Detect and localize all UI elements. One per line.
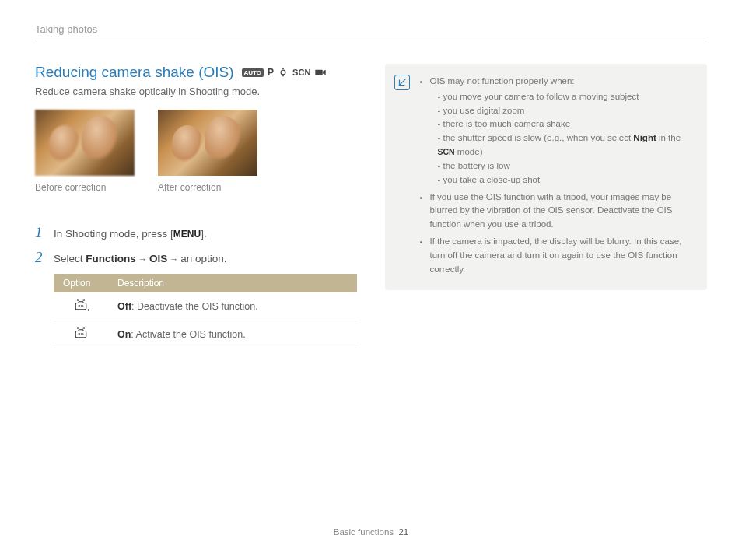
- before-correction-image: [35, 110, 135, 176]
- step-number: 2: [35, 249, 46, 266]
- arrow-icon: →: [167, 254, 180, 264]
- note-subitem: the shutter speed is slow (e.g., when yo…: [438, 131, 694, 159]
- note-subitem: you use digital zoom: [438, 104, 694, 118]
- table-row: OIS On: Activate the OIS function.: [54, 320, 357, 348]
- before-photo-block: Before correction: [35, 110, 135, 193]
- step-1: 1 In Shooting mode, press [MENU].: [35, 224, 358, 241]
- scn-label: SCN: [438, 147, 455, 156]
- auto-mode-icon: AUTO: [242, 68, 264, 77]
- note-item: If the camera is impacted, the display w…: [430, 235, 694, 276]
- note-subitem: the battery is low: [438, 159, 694, 173]
- note-intro: OIS may not function properly when:: [430, 76, 575, 86]
- breadcrumb: Taking photos: [35, 23, 97, 35]
- after-photo-block: After correction: [158, 110, 257, 193]
- scene-mode-icon: SCN: [292, 68, 310, 77]
- option-on-label: On: [117, 329, 131, 340]
- page-footer: Basic functions 21: [0, 527, 742, 537]
- mode-icons: AUTO P SCN: [242, 67, 327, 78]
- program-mode-icon: P: [268, 67, 274, 78]
- shutter-prefix: the shutter speed is slow (e.g., when yo…: [443, 133, 634, 142]
- page-title: Reducing camera shake (OIS): [35, 64, 234, 81]
- step-prefix: In Shooting mode, press [: [54, 228, 173, 240]
- note-subitem: you take a close-up shot: [438, 173, 694, 187]
- step-text: Select Functions → OIS → an option.: [54, 253, 227, 264]
- svg-text:OIS: OIS: [78, 332, 83, 336]
- step-text: In Shooting mode, press [MENU].: [54, 228, 207, 240]
- step-prefix: Select: [54, 253, 86, 264]
- before-caption: Before correction: [35, 182, 135, 193]
- info-note-box: OIS may not function properly when: you …: [385, 64, 708, 290]
- option-off-label: Off: [117, 301, 131, 312]
- right-column: OIS may not function properly when: you …: [385, 64, 708, 348]
- option-on-desc: : Activate the OIS function.: [131, 329, 245, 340]
- step-suffix: ].: [201, 228, 207, 240]
- options-table: Option Description OIS OFF: [54, 274, 357, 348]
- functions-label: Functions: [86, 253, 136, 264]
- note-icon: [394, 75, 410, 90]
- ois-label: OIS: [149, 253, 167, 264]
- table-row: OIS OFF Off: Deactivate the OIS function…: [54, 292, 357, 320]
- footer-section: Basic functions: [334, 527, 394, 537]
- menu-button-label: MENU: [173, 229, 201, 240]
- option-off-desc: : Deactivate the OIS function.: [131, 301, 258, 312]
- dual-is-mode-icon: [278, 67, 289, 78]
- svg-text:OFF: OFF: [87, 308, 89, 312]
- svg-text:OIS: OIS: [78, 304, 83, 308]
- page-header: Taking photos: [35, 23, 707, 40]
- night-label: Night: [633, 133, 656, 142]
- note-subitem: there is too much camera shake: [438, 117, 694, 131]
- note-item: If you use the OIS function with a tripo…: [430, 191, 694, 232]
- ois-on-icon: OIS: [72, 326, 89, 342]
- note-subitem: you move your camera to follow a moving …: [438, 90, 694, 104]
- step-2: 2 Select Functions → OIS → an option.: [35, 249, 358, 266]
- arrow-icon: →: [136, 254, 149, 264]
- shutter-suffix: mode): [455, 147, 483, 156]
- left-column: Reducing camera shake (OIS) AUTO P SCN R…: [35, 64, 358, 348]
- table-header-option: Option: [54, 274, 108, 292]
- step-number: 1: [35, 224, 46, 241]
- page-number: 21: [398, 527, 408, 537]
- ois-off-icon: OIS OFF: [72, 298, 89, 314]
- movie-mode-icon: [314, 68, 327, 77]
- svg-rect-1: [316, 70, 323, 75]
- step-suffix: an option.: [180, 253, 226, 264]
- shutter-mid: in the: [656, 133, 681, 142]
- note-item: OIS may not function properly when: you …: [430, 75, 694, 187]
- after-caption: After correction: [158, 182, 257, 193]
- svg-point-0: [281, 70, 285, 75]
- page-subtitle: Reduce camera shake optically in Shootin…: [35, 86, 358, 97]
- table-header-description: Description: [108, 274, 357, 292]
- after-correction-image: [158, 110, 257, 176]
